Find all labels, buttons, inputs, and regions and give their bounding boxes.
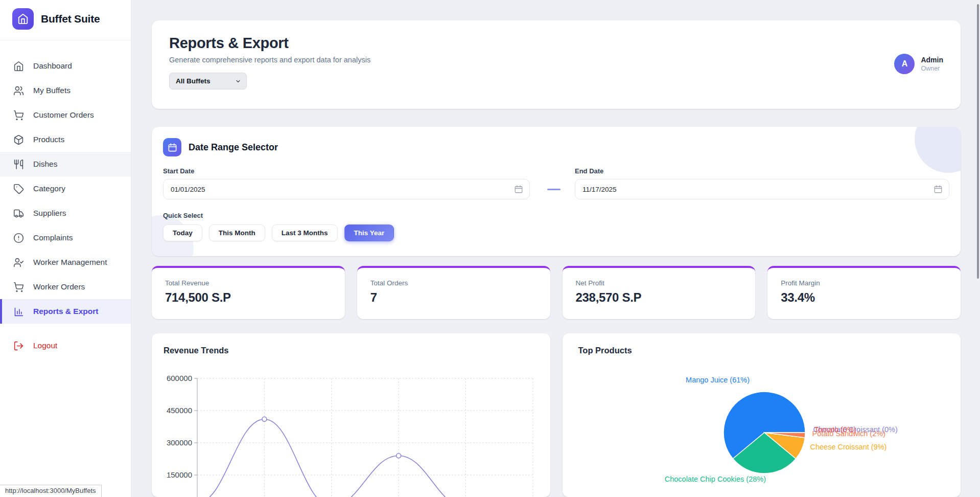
start-date-input[interactable]: 01/01/2025	[163, 179, 530, 199]
stats-row: Total Revenue 714,500 S.P Total Orders 7…	[152, 266, 961, 319]
stat-label: Profit Margin	[781, 279, 947, 287]
user-name: Admin	[921, 56, 943, 64]
sidebar-item-label: Dishes	[33, 160, 57, 169]
stat-card-profit-margin: Profit Margin 33.4%	[767, 266, 961, 319]
stat-value: 238,570 S.P	[576, 290, 742, 305]
calendar-badge-icon	[163, 138, 181, 156]
page-title: Reports & Export	[169, 20, 370, 52]
sidebar: Buffet Suite Dashboard My Buffets Custom…	[0, 0, 131, 497]
stat-label: Total Revenue	[165, 279, 332, 287]
sidebar-item-my-buffets[interactable]: My Buffets	[0, 78, 131, 103]
quick-this-year-button[interactable]: This Year	[344, 224, 394, 241]
app-logo: Buffet Suite	[0, 0, 131, 40]
svg-text:450000: 450000	[167, 406, 192, 415]
stat-value: 7	[370, 290, 537, 305]
shopping-cart-icon	[13, 110, 24, 121]
sidebar-item-label: Customer Orders	[33, 110, 94, 120]
sidebar-item-reports-export[interactable]: Reports & Export	[0, 299, 131, 324]
revenue-trends-line-chart: 6000004500003000001500000	[164, 364, 535, 497]
top-products-card: Top Products Mango Juice (61%) Chocolate…	[563, 333, 961, 497]
svg-text:300000: 300000	[167, 438, 192, 447]
revenue-trends-card: Revenue Trends 6000004500003000001500000	[152, 333, 550, 497]
alert-circle-icon	[13, 233, 24, 243]
quick-select-label: Quick Select	[163, 212, 949, 219]
page-subtitle: Generate comprehensive reports and expor…	[169, 56, 370, 64]
quick-last-3-months-button[interactable]: Last 3 Months	[272, 224, 338, 241]
buffet-filter-select[interactable]: All Buffets	[169, 73, 247, 89]
page-header-card: Reports & Export Generate comprehensive …	[152, 20, 961, 109]
quick-this-month-button[interactable]: This Month	[209, 224, 265, 241]
logout-label: Logout	[33, 341, 57, 350]
stat-value: 714,500 S.P	[165, 290, 332, 305]
calendar-icon	[514, 185, 523, 194]
sidebar-item-label: Worker Orders	[33, 282, 85, 291]
package-icon	[13, 134, 24, 145]
avatar: A	[894, 54, 915, 74]
chevron-down-icon	[235, 78, 241, 84]
sidebar-item-category[interactable]: Category	[0, 176, 131, 201]
svg-text:600000: 600000	[167, 374, 192, 382]
sidebar-item-dishes[interactable]: Dishes	[0, 152, 131, 176]
sidebar-item-dashboard[interactable]: Dashboard	[0, 54, 131, 78]
stat-card-total-orders: Total Orders 7	[357, 266, 550, 319]
end-date-input[interactable]: 11/17/2025	[575, 179, 949, 199]
buffet-filter-value: All Buffets	[176, 77, 211, 85]
calendar-icon	[934, 185, 943, 194]
range-separator	[547, 189, 561, 190]
home-logo-icon	[12, 8, 34, 30]
logout-button[interactable]: Logout	[0, 333, 131, 358]
stat-label: Net Profit	[576, 279, 742, 287]
top-products-pie-chart	[563, 333, 958, 497]
sidebar-item-label: Suppliers	[33, 209, 66, 218]
sidebar-item-label: Reports & Export	[33, 307, 98, 316]
sidebar-nav: Dashboard My Buffets Customer Orders Pro…	[0, 40, 131, 358]
pie-label-mango-juice: Mango Juice (61%)	[686, 376, 750, 384]
sidebar-item-label: My Buffets	[33, 86, 71, 95]
pie-label-cheese-croissant: Cheese Croissant (9%)	[810, 443, 887, 451]
utensils-icon	[13, 159, 24, 170]
sidebar-item-worker-orders[interactable]: Worker Orders	[0, 275, 131, 299]
main-area: Reports & Export Generate comprehensive …	[131, 0, 980, 497]
date-range-card: Date Range Selector Start Date 01/01/202…	[152, 127, 961, 256]
end-date-label: End Date	[575, 167, 949, 175]
pie-label-tomato: Tomato (0%)	[814, 425, 856, 434]
app-name: Buffet Suite	[41, 13, 100, 25]
stat-value: 33.4%	[781, 290, 947, 305]
sidebar-item-products[interactable]: Products	[0, 127, 131, 152]
sidebar-item-customer-orders[interactable]: Customer Orders	[0, 103, 131, 127]
truck-icon	[13, 208, 24, 219]
revenue-trends-title: Revenue Trends	[164, 346, 228, 355]
user-check-icon	[13, 257, 24, 268]
home-icon	[13, 61, 24, 72]
stat-label: Total Orders	[370, 279, 537, 287]
sidebar-item-complaints[interactable]: Complaints	[0, 225, 131, 250]
status-bar-link-preview: http://localhost:3000/MyBuffets	[0, 485, 102, 497]
scrollbar-thumb[interactable]	[977, 4, 979, 279]
sidebar-item-suppliers[interactable]: Suppliers	[0, 201, 131, 225]
charts-row: Revenue Trends 6000004500003000001500000…	[152, 333, 961, 497]
stat-card-net-profit: Net Profit 238,570 S.P	[563, 266, 756, 319]
bar-chart-icon	[13, 306, 24, 317]
user-role: Owner	[921, 65, 943, 72]
stat-card-total-revenue: Total Revenue 714,500 S.P	[152, 266, 345, 319]
sidebar-item-worker-management[interactable]: Worker Management	[0, 250, 131, 275]
sidebar-item-label: Dashboard	[33, 61, 72, 71]
start-date-label: Start Date	[163, 167, 530, 175]
sidebar-item-label: Complaints	[33, 233, 73, 242]
quick-today-button[interactable]: Today	[163, 224, 202, 241]
users-icon	[13, 85, 24, 96]
date-range-title: Date Range Selector	[189, 142, 278, 153]
sidebar-item-label: Category	[33, 184, 65, 193]
sidebar-item-label: Products	[33, 135, 64, 144]
logout-icon	[13, 341, 24, 351]
pie-label-chocolate-chip-cookies: Chocolate Chip Cookies (28%)	[665, 475, 766, 483]
tag-icon	[13, 184, 24, 194]
end-date-value: 11/17/2025	[582, 186, 617, 193]
start-date-value: 01/01/2025	[171, 186, 205, 193]
svg-text:150000: 150000	[167, 470, 192, 479]
user-menu[interactable]: A Admin Owner	[894, 53, 943, 75]
sidebar-item-label: Worker Management	[33, 258, 107, 267]
shopping-cart-icon	[13, 282, 24, 292]
